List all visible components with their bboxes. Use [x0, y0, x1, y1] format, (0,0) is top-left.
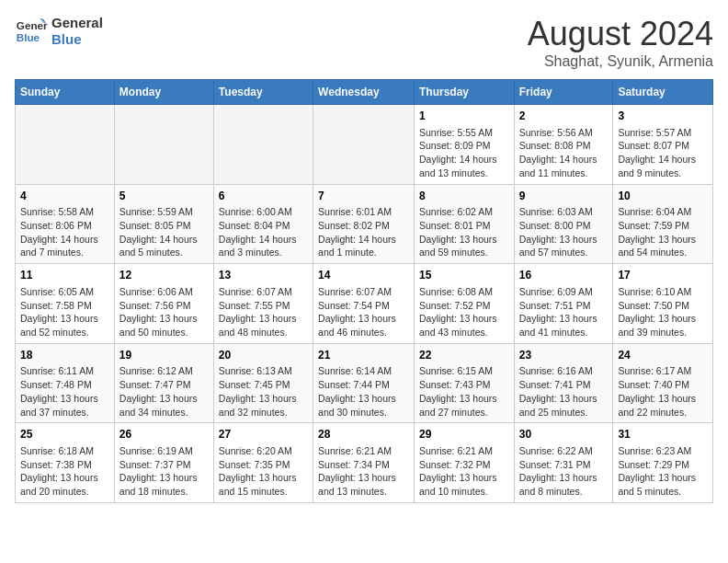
day-number: 2 — [519, 109, 609, 124]
day-number: 5 — [119, 189, 209, 204]
calendar-day-cell: 1Sunrise: 5:55 AMSunset: 8:09 PMDaylight… — [414, 105, 514, 185]
logo-text-general: General — [51, 15, 103, 31]
day-info: Sunrise: 5:57 AMSunset: 8:07 PMDaylight:… — [618, 126, 708, 180]
calendar-day-cell: 23Sunrise: 6:16 AMSunset: 7:41 PMDayligh… — [514, 343, 613, 423]
calendar-day-cell: 2Sunrise: 5:56 AMSunset: 8:08 PMDaylight… — [514, 105, 613, 185]
calendar-day-cell: 19Sunrise: 6:12 AMSunset: 7:47 PMDayligh… — [114, 343, 213, 423]
calendar-day-cell: 22Sunrise: 6:15 AMSunset: 7:43 PMDayligh… — [414, 343, 514, 423]
day-info: Sunrise: 6:04 AMSunset: 7:59 PMDaylight:… — [618, 205, 708, 259]
weekday-header-cell: Monday — [114, 80, 213, 105]
calendar-day-cell: 10Sunrise: 6:04 AMSunset: 7:59 PMDayligh… — [613, 184, 713, 264]
calendar-day-cell: 4Sunrise: 5:58 AMSunset: 8:06 PMDaylight… — [16, 184, 115, 264]
main-title: August 2024 — [528, 15, 713, 53]
day-number: 24 — [618, 348, 708, 363]
day-number: 4 — [20, 189, 109, 204]
day-number: 15 — [419, 268, 509, 283]
calendar-day-cell: 6Sunrise: 6:00 AMSunset: 8:04 PMDaylight… — [213, 184, 313, 264]
calendar-day-cell: 16Sunrise: 6:09 AMSunset: 7:51 PMDayligh… — [514, 264, 613, 344]
day-number: 30 — [519, 427, 609, 442]
weekday-header-cell: Sunday — [16, 80, 115, 105]
day-number: 13 — [219, 268, 308, 283]
day-info: Sunrise: 6:09 AMSunset: 7:51 PMDaylight:… — [519, 285, 609, 339]
calendar-day-cell: 20Sunrise: 6:13 AMSunset: 7:45 PMDayligh… — [213, 343, 313, 423]
day-number: 20 — [219, 348, 308, 363]
day-info: Sunrise: 6:21 AMSunset: 7:32 PMDaylight:… — [419, 444, 509, 499]
day-number: 7 — [318, 189, 409, 204]
calendar-day-cell: 13Sunrise: 6:07 AMSunset: 7:55 PMDayligh… — [213, 264, 313, 344]
title-block: August 2024 Shaghat, Syunik, Armenia — [528, 15, 713, 70]
day-number: 1 — [419, 109, 509, 124]
calendar-week-row: 1Sunrise: 5:55 AMSunset: 8:09 PMDaylight… — [16, 105, 713, 185]
calendar-day-cell — [114, 105, 213, 185]
day-number: 3 — [618, 109, 708, 124]
day-info: Sunrise: 5:59 AMSunset: 8:05 PMDaylight:… — [119, 205, 209, 259]
day-number: 23 — [519, 348, 609, 363]
calendar-day-cell: 3Sunrise: 5:57 AMSunset: 8:07 PMDaylight… — [613, 105, 713, 185]
calendar-day-cell: 15Sunrise: 6:08 AMSunset: 7:52 PMDayligh… — [414, 264, 514, 344]
day-number: 29 — [419, 427, 509, 442]
day-info: Sunrise: 6:18 AMSunset: 7:38 PMDaylight:… — [20, 444, 109, 499]
day-number: 25 — [20, 427, 109, 442]
day-number: 19 — [119, 348, 209, 363]
day-info: Sunrise: 5:58 AMSunset: 8:06 PMDaylight:… — [20, 205, 109, 259]
day-number: 11 — [20, 268, 109, 283]
calendar-day-cell: 12Sunrise: 6:06 AMSunset: 7:56 PMDayligh… — [114, 264, 213, 344]
day-number: 8 — [419, 189, 509, 204]
logo: General Blue General Blue — [15, 15, 103, 48]
day-number: 6 — [219, 189, 308, 204]
calendar-day-cell: 27Sunrise: 6:20 AMSunset: 7:35 PMDayligh… — [213, 423, 313, 503]
day-info: Sunrise: 6:12 AMSunset: 7:47 PMDaylight:… — [119, 364, 209, 419]
day-info: Sunrise: 6:10 AMSunset: 7:50 PMDaylight:… — [618, 285, 708, 339]
day-info: Sunrise: 6:23 AMSunset: 7:29 PMDaylight:… — [618, 444, 708, 499]
svg-text:General: General — [17, 19, 48, 31]
day-number: 14 — [318, 268, 409, 283]
day-info: Sunrise: 5:56 AMSunset: 8:08 PMDaylight:… — [519, 126, 609, 180]
day-info: Sunrise: 6:02 AMSunset: 8:01 PMDaylight:… — [419, 205, 509, 259]
calendar-body: 1Sunrise: 5:55 AMSunset: 8:09 PMDaylight… — [16, 105, 713, 503]
day-info: Sunrise: 6:17 AMSunset: 7:40 PMDaylight:… — [618, 364, 708, 419]
calendar-day-cell — [313, 105, 415, 185]
day-number: 9 — [519, 189, 609, 204]
day-info: Sunrise: 6:22 AMSunset: 7:31 PMDaylight:… — [519, 444, 609, 499]
day-number: 27 — [219, 427, 308, 442]
weekday-header-cell: Thursday — [414, 80, 514, 105]
day-info: Sunrise: 6:03 AMSunset: 8:00 PMDaylight:… — [519, 205, 609, 259]
calendar-day-cell: 8Sunrise: 6:02 AMSunset: 8:01 PMDaylight… — [414, 184, 514, 264]
day-info: Sunrise: 6:13 AMSunset: 7:45 PMDaylight:… — [219, 364, 308, 419]
weekday-header-row: SundayMondayTuesdayWednesdayThursdayFrid… — [16, 80, 713, 105]
day-number: 16 — [519, 268, 609, 283]
day-number: 10 — [618, 189, 708, 204]
weekday-header-cell: Tuesday — [213, 80, 313, 105]
day-number: 21 — [318, 348, 409, 363]
calendar-week-row: 11Sunrise: 6:05 AMSunset: 7:58 PMDayligh… — [16, 264, 713, 344]
day-info: Sunrise: 6:16 AMSunset: 7:41 PMDaylight:… — [519, 364, 609, 419]
day-number: 26 — [119, 427, 209, 442]
day-number: 31 — [618, 427, 708, 442]
svg-text:Blue: Blue — [17, 31, 40, 43]
day-info: Sunrise: 6:08 AMSunset: 7:52 PMDaylight:… — [419, 285, 509, 339]
day-info: Sunrise: 6:20 AMSunset: 7:35 PMDaylight:… — [219, 444, 308, 499]
day-info: Sunrise: 5:55 AMSunset: 8:09 PMDaylight:… — [419, 126, 509, 180]
calendar-day-cell: 28Sunrise: 6:21 AMSunset: 7:34 PMDayligh… — [313, 423, 415, 503]
calendar-day-cell: 5Sunrise: 5:59 AMSunset: 8:05 PMDaylight… — [114, 184, 213, 264]
calendar-day-cell: 7Sunrise: 6:01 AMSunset: 8:02 PMDaylight… — [313, 184, 415, 264]
calendar-day-cell: 11Sunrise: 6:05 AMSunset: 7:58 PMDayligh… — [16, 264, 115, 344]
calendar-day-cell: 17Sunrise: 6:10 AMSunset: 7:50 PMDayligh… — [613, 264, 713, 344]
calendar-day-cell: 9Sunrise: 6:03 AMSunset: 8:00 PMDaylight… — [514, 184, 613, 264]
calendar-week-row: 25Sunrise: 6:18 AMSunset: 7:38 PMDayligh… — [16, 423, 713, 503]
page-header: General Blue General Blue August 2024 Sh… — [15, 15, 713, 70]
calendar-week-row: 4Sunrise: 5:58 AMSunset: 8:06 PMDaylight… — [16, 184, 713, 264]
day-info: Sunrise: 6:05 AMSunset: 7:58 PMDaylight:… — [20, 285, 109, 339]
calendar-day-cell: 18Sunrise: 6:11 AMSunset: 7:48 PMDayligh… — [16, 343, 115, 423]
day-number: 28 — [318, 427, 409, 442]
weekday-header-cell: Wednesday — [313, 80, 415, 105]
calendar-day-cell — [16, 105, 115, 185]
day-info: Sunrise: 6:06 AMSunset: 7:56 PMDaylight:… — [119, 285, 209, 339]
calendar-day-cell: 24Sunrise: 6:17 AMSunset: 7:40 PMDayligh… — [613, 343, 713, 423]
day-info: Sunrise: 6:15 AMSunset: 7:43 PMDaylight:… — [419, 364, 509, 419]
calendar-day-cell: 25Sunrise: 6:18 AMSunset: 7:38 PMDayligh… — [16, 423, 115, 503]
day-info: Sunrise: 6:07 AMSunset: 7:55 PMDaylight:… — [219, 285, 308, 339]
day-info: Sunrise: 6:14 AMSunset: 7:44 PMDaylight:… — [318, 364, 409, 419]
weekday-header-cell: Saturday — [613, 80, 713, 105]
day-number: 22 — [419, 348, 509, 363]
